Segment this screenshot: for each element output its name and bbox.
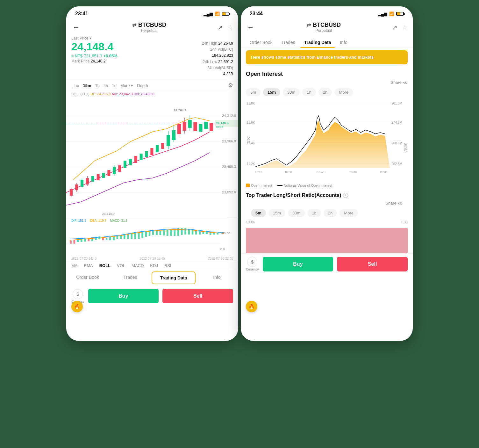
sell-button-2[interactable]: Sell — [337, 257, 408, 271]
back-button-2[interactable]: ← — [246, 22, 255, 33]
indicator-macd[interactable]: MACD — [132, 263, 144, 268]
price-left: 24,148.4 ≈ NT$ 721,651.3 +6.05% Mark Pri… — [71, 40, 118, 63]
filter-1h-2[interactable]: 1h — [307, 209, 321, 217]
tab-trading-data-1[interactable]: Trading Data — [152, 271, 196, 284]
oi-svg: 11.8K 11.6K 11.4K 11.2K 281.0M 274.8M 26… — [246, 98, 408, 181]
tab-order-book-1[interactable]: Order Book — [66, 271, 109, 284]
filter-2h-2[interactable]: 2h — [324, 209, 337, 217]
signal-icon-1: ▂▄▆ — [204, 11, 213, 16]
svg-rect-20 — [129, 159, 132, 165]
svg-rect-79 — [170, 229, 172, 236]
info-icon[interactable]: i — [343, 193, 348, 198]
filter-more-1[interactable]: More — [334, 88, 353, 96]
time-1: 2022-07-20 14:45 — [71, 257, 97, 260]
svg-rect-40 — [210, 123, 213, 131]
boll-info: BOLL(21,2) UP: 24,215.9 MB: 23,842.3 DN:… — [66, 91, 238, 97]
star-icon-1[interactable]: ☆ — [227, 24, 233, 31]
header-1: ← ⇄ BTCBUSD Perpetual ↗ ☆ — [66, 19, 238, 35]
subtitle-1: Perpetual — [81, 28, 218, 33]
svg-rect-69 — [134, 233, 136, 239]
filter-5m-2[interactable]: 5m — [251, 209, 266, 217]
svg-text:262.5M: 262.5M — [391, 162, 402, 166]
header-actions-1: ↗ ☆ — [218, 24, 233, 31]
svg-rect-61 — [106, 238, 108, 240]
floating-badge-1[interactable]: 🔥 — [71, 301, 83, 312]
share-label-1[interactable]: Share — [390, 80, 402, 85]
currency-button-2[interactable]: $ Currency — [246, 257, 259, 271]
mark-price: Mark Price 24,140.2 — [71, 59, 118, 63]
nt-price: ≈ NT$ 721,651.3 +6.05% — [71, 54, 118, 58]
svg-text:23,906.0: 23,906.0 — [222, 140, 236, 143]
settings-icon[interactable]: ⚙ — [228, 82, 233, 89]
signal-icon-2: ▂▄▆ — [378, 11, 387, 16]
share-icon-1[interactable]: ↗ — [218, 24, 223, 31]
indicator-ema[interactable]: EMA — [84, 263, 93, 268]
indicator-rsi[interactable]: RSI — [164, 263, 171, 268]
tab-trades-1[interactable]: Trades — [109, 271, 152, 284]
symbol-text-2: BTCBUSD — [313, 22, 341, 28]
tab-order-book-2[interactable]: Order Book — [246, 37, 276, 47]
buy-button-2[interactable]: Buy — [263, 257, 333, 271]
swap-icon-2[interactable]: ⇄ — [307, 22, 311, 28]
indicator-kdj[interactable]: KDJ — [150, 263, 158, 268]
header-center-1: ⇄ BTCBUSD Perpetual — [81, 22, 218, 33]
svg-text:23,499.3: 23,499.3 — [222, 165, 236, 169]
price-stats: 24h High 24,264.9 24h Vol(BTC) 184,262.8… — [202, 40, 233, 77]
subtitle-2: Perpetual — [255, 28, 392, 33]
filter-30m-2[interactable]: 30m — [288, 209, 305, 217]
high-stat: 24h High 24,264.9 — [202, 40, 233, 47]
indicator-ma[interactable]: MA — [71, 263, 78, 268]
battery-icon-2 — [396, 12, 404, 16]
tab-info-1[interactable]: Info — [196, 271, 238, 284]
dif-label: DIF: 151.3 — [71, 219, 86, 222]
more-dropdown[interactable]: More ▾ — [120, 83, 133, 88]
tab-line[interactable]: Line — [71, 83, 79, 88]
boll-mb: MB: 23,842.3 — [112, 92, 132, 96]
wifi-icon-2: 📶 — [389, 11, 394, 16]
time-filter-2: 5m 15m 30m 1h 2h More — [246, 207, 408, 219]
swap-icon-1[interactable]: ⇄ — [132, 22, 136, 28]
share-icon-row-2[interactable]: ≪ — [398, 201, 403, 206]
time-axis: 2022-07-20 14:45 2022-07-20 18:45 2022-0… — [66, 256, 238, 261]
ratio-section: Top Trader Long/Short Ratio(Accounts) i … — [241, 190, 413, 253]
header-2: ← ⇄ BTCBUSD Perpetual ↗ ☆ — [241, 19, 413, 35]
legend-oi: Open Interest — [246, 184, 272, 187]
tab-trading-data-2[interactable]: Trading Data — [300, 37, 335, 47]
depth-button[interactable]: Depth — [137, 83, 148, 88]
indicator-boll[interactable]: BOLL — [99, 263, 111, 268]
back-button-1[interactable]: ← — [71, 22, 81, 33]
share-icon-row-1[interactable]: ≪ — [403, 80, 408, 85]
macd-section: DIF: 151.3 DEA: 119.7 MACD: 31.5 — [66, 218, 238, 256]
filter-30m-1[interactable]: 30m — [283, 88, 300, 96]
share-icon-2[interactable]: ↗ — [392, 24, 397, 31]
tab-trades-2[interactable]: Trades — [278, 37, 299, 47]
main-price: 24,148.4 — [71, 40, 118, 53]
symbol-row-2: ⇄ BTCBUSD — [255, 22, 392, 28]
tab-1d[interactable]: 1d — [112, 83, 117, 88]
sell-button-1[interactable]: Sell — [162, 289, 233, 303]
svg-rect-13 — [97, 174, 100, 180]
filter-5m-1[interactable]: 5m — [246, 88, 261, 96]
last-price-label: Last Price ▾ — [71, 36, 233, 40]
svg-rect-18 — [118, 165, 121, 172]
legend-notional: Notional Value of Open Interest — [277, 184, 332, 187]
buy-button-1[interactable]: Buy — [88, 289, 159, 303]
tab-15m[interactable]: 15m — [83, 83, 91, 88]
filter-15m-2[interactable]: 15m — [268, 209, 285, 217]
candlestick-chart: 24,312.6 23,906.0 23,499.3 23,092.6 24,2… — [66, 97, 238, 218]
share-label-2[interactable]: Share — [385, 201, 397, 206]
indicator-vol[interactable]: VOL — [117, 263, 125, 268]
tab-1h[interactable]: 1h — [95, 83, 100, 88]
filter-more-2[interactable]: More — [340, 209, 358, 217]
svg-rect-68 — [131, 233, 133, 239]
star-icon-2[interactable]: ☆ — [402, 24, 408, 31]
tab-info-2[interactable]: Info — [336, 37, 351, 47]
svg-rect-14 — [102, 173, 105, 178]
ratio-bar — [246, 228, 408, 253]
floating-badge-2[interactable]: 🔥 — [246, 301, 257, 312]
filter-2h-1[interactable]: 2h — [318, 88, 332, 96]
battery-icon-1 — [222, 12, 229, 16]
tab-4h[interactable]: 4h — [104, 83, 108, 88]
filter-15m-1[interactable]: 15m — [263, 88, 280, 96]
filter-1h-1[interactable]: 1h — [302, 88, 316, 96]
